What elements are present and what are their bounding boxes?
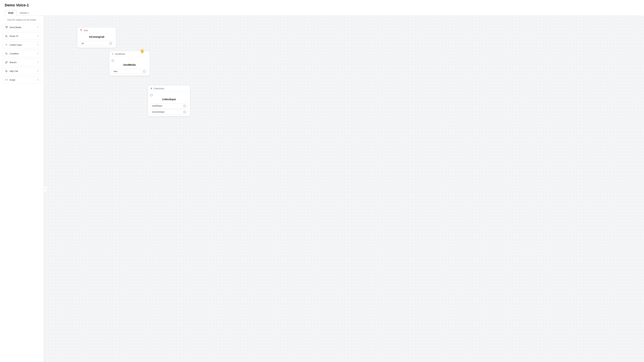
drag-handle-branch: ⠿ (37, 61, 39, 64)
collectinput-input-row (150, 93, 188, 97)
send-media-icon (5, 26, 8, 29)
app-container: Demo Voice-1 Draft Version 1 Drop the wi… (0, 0, 644, 362)
condition-icon (5, 52, 8, 55)
start-node[interactable]: 📍 Start InComingCall ok (77, 28, 116, 48)
route-to-icon (5, 35, 8, 38)
collectinput-port-endofinput[interactable]: endOfInput (150, 103, 188, 108)
main-area: Drop the widgets into the builder Send M… (0, 16, 644, 362)
tabs-bar: Draft Version 1 (5, 10, 639, 16)
start-node-title: Start (84, 29, 88, 32)
sendmedia-node-icon: ✈ (112, 53, 114, 55)
drag-handle-http-call: ⠿ (37, 70, 39, 72)
collectinput-port-endofinput-label: endOfInput (152, 105, 162, 107)
header: Demo Voice-1 Draft Version 1 (0, 0, 644, 16)
page-title: Demo Voice-1 (5, 3, 639, 8)
svg-point-2 (6, 35, 6, 36)
collapse-sidebar-button[interactable]: ‹ (44, 186, 47, 192)
sendmedia-node-port-next[interactable]: next (112, 69, 147, 74)
sendmedia-node[interactable]: ✈ SendMedia SendMedia next (109, 51, 150, 76)
sendmedia-port-next-circle[interactable] (143, 70, 146, 73)
collectinput-node[interactable]: ⬆ CollectInput CollectInput endOfInput i… (148, 86, 190, 116)
branch-icon (5, 61, 8, 64)
collectinput-node-title: CollectInput (154, 87, 164, 90)
widget-route-to-label: Route To (10, 35, 18, 37)
sendmedia-node-title: SendMedia (115, 53, 125, 55)
start-port-ok-circle[interactable] (110, 42, 112, 45)
start-node-port-ok[interactable]: ok (80, 41, 114, 46)
canvas-area[interactable]: ‹ 📍 Start InComingCall ok ✈ (44, 16, 644, 362)
sendmedia-node-body: SendMedia next (109, 57, 150, 76)
widget-script[interactable]: Script ⠿ (2, 76, 41, 83)
collect-input-icon (5, 43, 8, 46)
collectinput-port-incorrectinput-circle[interactable] (184, 111, 186, 113)
widget-branch[interactable]: Branch ⠿ (2, 59, 41, 66)
widget-route-to[interactable]: Route To ⠿ (2, 33, 41, 40)
tab-version1[interactable]: Version 1 (16, 10, 32, 16)
collectinput-node-body: CollectInput endOfInput incorrectInput (148, 91, 190, 116)
svg-point-7 (6, 63, 6, 63)
sendmedia-port-next-label: next (114, 70, 117, 73)
http-call-icon (5, 70, 8, 73)
drag-handle-script: ⠿ (37, 78, 39, 81)
sendmedia-input-circle[interactable] (112, 59, 114, 62)
sendmedia-input-row (112, 58, 147, 63)
widget-http-call-label: Http Call (10, 70, 18, 72)
collectinput-node-header: ⬆ CollectInput (148, 86, 190, 91)
widget-script-label: Script (10, 79, 15, 81)
widget-send-media[interactable]: Send Media ⠿ (2, 24, 41, 31)
widget-send-media-label: Send Media (10, 26, 21, 29)
collectinput-input-circle[interactable] (150, 94, 153, 96)
collectinput-node-icon: ⬆ (150, 87, 152, 90)
sidebar-hint: Drop the widgets into the builder (2, 19, 41, 21)
start-port-ok-label: ok (82, 42, 84, 45)
svg-point-6 (7, 61, 8, 62)
widget-branch-label: Branch (10, 61, 16, 64)
sidebar: Drop the widgets into the builder Send M… (0, 16, 44, 362)
start-node-body: InComingCall ok (77, 33, 116, 48)
start-node-icon: 📍 (80, 29, 82, 32)
collectinput-node-label: CollectInput (150, 97, 188, 102)
widget-collect-input-label: Collect Input (10, 44, 22, 46)
svg-point-3 (6, 36, 7, 37)
drag-handle-send-media: ⠿ (37, 26, 39, 29)
svg-point-8 (6, 70, 6, 71)
script-icon (5, 78, 8, 81)
widget-condition[interactable]: Condition ⠿ (2, 50, 41, 57)
tab-draft[interactable]: Draft (5, 10, 16, 16)
sendmedia-node-label: SendMedia (112, 63, 147, 68)
drag-handle-route-to: ⠿ (37, 35, 39, 37)
collectinput-port-incorrectinput-label: incorrectInput (152, 111, 164, 113)
start-node-header: 📍 Start (77, 28, 116, 33)
collectinput-port-incorrectinput[interactable]: incorrectInput (150, 109, 188, 114)
start-node-label: InComingCall (80, 35, 114, 40)
drag-handle-collect-input: ⠿ (37, 44, 39, 46)
widget-collect-input[interactable]: Collect Input ⠿ (2, 41, 41, 48)
collectinput-port-endofinput-circle[interactable] (184, 105, 186, 107)
sendmedia-node-header: ✈ SendMedia (109, 51, 150, 57)
widget-condition-label: Condition (10, 52, 19, 55)
widget-http-call[interactable]: Http Call ⠿ (2, 68, 41, 75)
svg-point-9 (6, 71, 7, 72)
drag-handle-condition: ⠿ (37, 52, 39, 55)
